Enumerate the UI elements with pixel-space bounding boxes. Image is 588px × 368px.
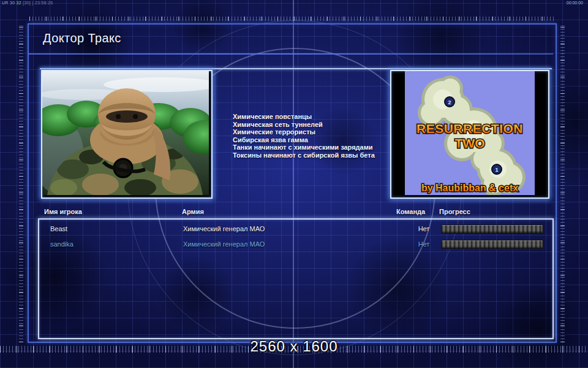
resolution-label: 2560 x 1600 xyxy=(0,338,588,355)
map-title-line1: RESURRECTION xyxy=(417,121,523,136)
load-progress-bar xyxy=(441,224,543,234)
player-army: Химический генерал МАО xyxy=(183,225,265,232)
ability-item: Химическая сеть туннелей xyxy=(233,121,375,129)
player-list: Beast Химический генерал МАО Нет sandika… xyxy=(38,218,554,339)
network-stats: UR 30 32 [30] | 23:58:26 xyxy=(2,0,53,6)
ruler-ticks-top xyxy=(29,17,555,21)
map-preview: 2 1 RESURRECTION TWO by Haubibban & cetx xyxy=(390,70,549,199)
player-name: sandika xyxy=(50,240,74,248)
ability-item: Сибирская язва гамма xyxy=(233,136,375,144)
general-portrait xyxy=(41,70,213,199)
ability-item: Химические повстанцы xyxy=(233,113,375,121)
header-team: Команда xyxy=(396,208,425,215)
map-thumbnail: 2 1 RESURRECTION TWO by Haubibban & cetx xyxy=(405,71,535,195)
header-army: Армия xyxy=(182,208,204,215)
ability-list: Химические повстанцы Химическая сеть тун… xyxy=(233,113,375,159)
stats-right: [30] | 23:58:26 xyxy=(23,1,53,5)
map-credit: by Haubibban & cetx xyxy=(421,183,518,193)
player-name: Beast xyxy=(50,225,67,232)
portrait-art xyxy=(42,71,209,195)
stats-left: UR 30 xyxy=(2,1,15,5)
stats-fps: 32 xyxy=(17,1,21,5)
player-army: Химический генерал МАО xyxy=(183,240,265,248)
ability-item: Токсины начинают с сибирской язвы бета xyxy=(233,151,375,159)
load-progress-bar xyxy=(441,240,543,249)
loading-screen: UR 30 32 [30] | 23:58:26 00:00:00 Доктор… xyxy=(0,0,588,368)
general-title: Доктор Тракс xyxy=(43,31,121,45)
ruler-ticks-right xyxy=(560,25,565,342)
ability-item: Танки начинают с химическими зарядами xyxy=(233,144,375,151)
bright-divider-line xyxy=(40,68,552,69)
main-panel: Доктор Тракс xyxy=(28,23,557,343)
ruler-ticks-left xyxy=(19,25,23,342)
game-timer: 00:00:00 xyxy=(567,0,583,6)
player-row: sandika Химический генерал МАО Нет xyxy=(39,239,550,251)
status-bar: UR 30 32 [30] | 23:58:26 00:00:00 xyxy=(0,0,588,7)
map-title-line2: TWO xyxy=(455,136,485,150)
marker-2: 2 xyxy=(448,99,451,105)
ability-item: Химические террористы xyxy=(233,128,375,136)
header-player-name: Имя игрока xyxy=(44,208,82,215)
header-progress: Прогресс xyxy=(439,208,470,215)
title-separator xyxy=(29,53,553,55)
marker-1: 1 xyxy=(495,167,498,173)
player-row: Beast Химический генерал МАО Нет xyxy=(39,223,550,236)
